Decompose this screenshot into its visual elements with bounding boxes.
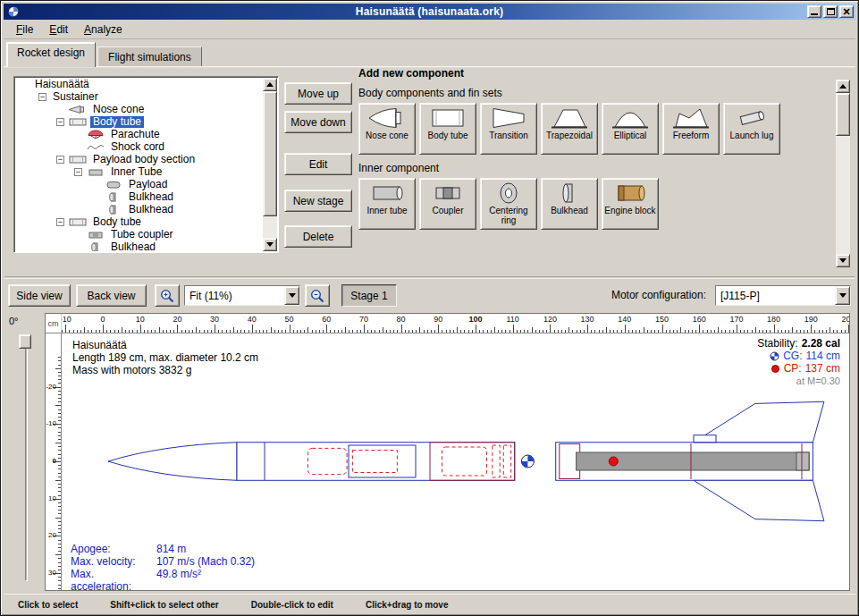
palette-scrollbar-thumb[interactable] <box>836 93 850 136</box>
new-stage-button[interactable]: New stage <box>284 190 352 212</box>
move-up-button[interactable]: Move up <box>284 82 352 105</box>
scroll-down-icon[interactable] <box>836 254 850 267</box>
side-view-button[interactable]: Side view <box>8 284 71 307</box>
zoom-in-icon <box>159 288 175 304</box>
tree-row[interactable]: Parachute <box>15 128 263 140</box>
tree-expander-icon[interactable]: − <box>56 156 64 164</box>
tree-row[interactable]: −Body tube <box>15 115 263 128</box>
zoom-out-button[interactable] <box>305 284 330 307</box>
rotation-slider-track[interactable] <box>25 338 28 581</box>
title-bar[interactable]: Haisunäätä (haisunaata.ork) ✕ <box>4 4 855 20</box>
flight-stat-row: Max. acceleration:49.8 m/s² <box>71 568 255 590</box>
centering-ring-button[interactable]: Centering ring <box>480 178 537 230</box>
nose-cone-button[interactable]: Nose cone <box>358 103 416 155</box>
menu-bar: FileEditAnalyze <box>4 20 855 39</box>
trapezoidal-button[interactable]: Trapezoidal <box>541 103 598 155</box>
maximize-button[interactable] <box>823 5 838 18</box>
status-hint: Shift+click to select other <box>110 600 218 610</box>
scroll-down-icon[interactable] <box>263 238 277 251</box>
tree-row[interactable]: Bulkhead <box>15 240 263 251</box>
elliptical-button[interactable]: Elliptical <box>602 103 659 155</box>
mach-note: at M=0.30 <box>796 376 840 386</box>
rotation-slider-handle[interactable] <box>19 334 31 349</box>
tree-row[interactable]: Bulkhead <box>15 190 263 203</box>
tree-row[interactable]: Tube coupler <box>15 228 263 240</box>
palette-title: Add new component <box>358 67 850 80</box>
tree-row[interactable]: −Inner Tube <box>15 165 263 178</box>
tree-item-label: Haisunäätä <box>32 79 92 90</box>
stage-1-toggle[interactable]: Stage 1 <box>341 284 397 307</box>
motor-configuration-select[interactable]: [J115-P] <box>715 285 851 306</box>
h-ruler: -100102030405060708090100110120130140150… <box>62 314 849 333</box>
tree-row[interactable]: Shock cord <box>15 140 263 153</box>
coupler-button[interactable]: Coupler <box>419 178 476 230</box>
status-bar: Click to selectShift+click to select oth… <box>4 594 855 614</box>
bulkhead-icon <box>86 242 105 252</box>
status-hint: Double-click to edit <box>251 600 333 610</box>
tree-row[interactable]: −Body tube <box>15 215 263 228</box>
tree-row[interactable]: Haisunäätä <box>15 78 263 90</box>
stability-label: Stability: <box>757 337 797 350</box>
tab-flight-simulations[interactable]: Flight simulations <box>97 46 202 68</box>
tree-row[interactable]: Nose cone <box>15 103 263 115</box>
tree-row[interactable]: −Payload body section <box>15 153 263 165</box>
close-button[interactable]: ✕ <box>839 5 854 18</box>
palette-scrollbar[interactable] <box>836 80 850 267</box>
stability-legend: Stability: 2.28 cal CG: 114 cm CP: 137 c… <box>757 337 840 387</box>
chevron-down-icon[interactable] <box>835 286 850 305</box>
action-buttons: Move upMove downEditNew stageDelete <box>284 82 352 248</box>
back-view-button[interactable]: Back view <box>76 284 147 307</box>
shockcord-icon <box>86 142 105 152</box>
payload-icon <box>104 180 123 190</box>
engineblock-icon <box>611 181 650 205</box>
scroll-up-icon[interactable] <box>263 78 277 91</box>
chevron-down-icon[interactable] <box>284 286 299 305</box>
v-ruler: -20-100102030 <box>46 333 62 590</box>
minimize-button[interactable] <box>807 5 821 18</box>
rocket-mass: Mass with motors 3832 g <box>72 364 258 376</box>
tree-row[interactable]: Payload <box>15 178 263 190</box>
zoom-select[interactable]: Fit (11%) <box>184 285 300 306</box>
tree-expander-icon[interactable]: − <box>56 118 64 126</box>
cg-icon <box>770 351 779 361</box>
tab-rocket-design[interactable]: Rocket design <box>6 42 96 67</box>
tree-expander-icon[interactable]: − <box>38 93 46 101</box>
cg-label: CG: <box>783 350 802 362</box>
inner-tube-button[interactable]: Inner tube <box>358 178 416 230</box>
add-component-panel: Add new component Body components and fi… <box>358 67 850 271</box>
body-tube-button[interactable]: Body tube <box>419 103 476 155</box>
cg-marker <box>521 455 534 468</box>
split-divider[interactable] <box>4 276 855 279</box>
bulkhead-button[interactable]: Bulkhead <box>541 178 598 230</box>
tree-item-label: Body tube <box>90 216 144 228</box>
application-window: Haisunäätä (haisunaata.ork) ✕ FileEditAn… <box>0 0 859 616</box>
flight-stat-row: Apogee:814 m <box>71 543 255 555</box>
scroll-up-icon[interactable] <box>836 80 850 93</box>
menu-item-file[interactable]: File <box>9 21 40 38</box>
status-hint: Click+drag to move <box>366 600 449 610</box>
tree-row[interactable]: Bulkhead <box>15 203 263 215</box>
app-icon <box>7 5 20 18</box>
tree-item-label: Inner Tube <box>108 166 164 178</box>
rocket-info: Haisunäätä Length 189 cm, max. diameter … <box>72 339 258 376</box>
bodytube-icon <box>428 106 467 130</box>
rocket-canvas[interactable]: Haisunäätä Length 189 cm, max. diameter … <box>62 333 849 590</box>
menu-item-analyze[interactable]: Analyze <box>77 21 130 38</box>
tree-expander-icon[interactable]: − <box>56 218 64 226</box>
tree-scrollbar-thumb[interactable] <box>263 91 277 216</box>
delete-button[interactable]: Delete <box>284 225 352 248</box>
move-down-button[interactable]: Move down <box>284 111 352 133</box>
zoom-in-button[interactable] <box>155 284 180 307</box>
menu-item-edit[interactable]: Edit <box>42 21 75 38</box>
cg-value: 114 cm <box>806 350 840 362</box>
launch-lug-button[interactable]: Launch lug <box>723 103 780 155</box>
motor-configuration-label: Motor configuration: <box>611 289 706 301</box>
transition-button[interactable]: Transition <box>480 103 537 155</box>
edit-button[interactable]: Edit <box>284 153 352 175</box>
tree-row[interactable]: −Sustainer <box>15 90 263 103</box>
tree-expander-icon[interactable]: − <box>74 168 82 176</box>
window-title: Haisunäätä (haisunaata.ork) <box>4 5 855 18</box>
tree-scrollbar[interactable] <box>263 78 277 251</box>
freeform-button[interactable]: Freeform <box>662 103 720 155</box>
engine-block-button[interactable]: Engine block <box>602 178 659 230</box>
